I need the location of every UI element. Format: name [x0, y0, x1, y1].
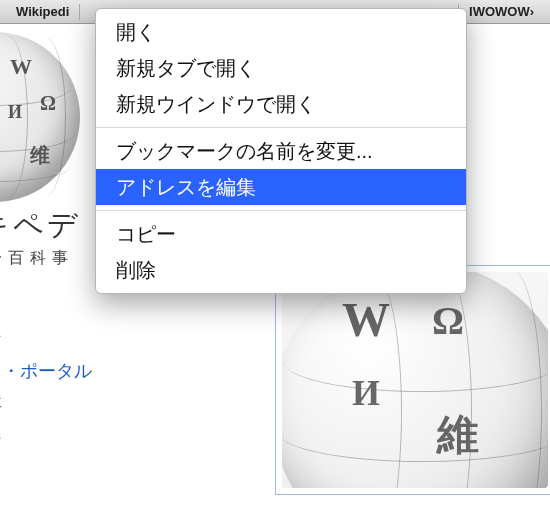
menu-item-open[interactable]: 開く	[96, 14, 466, 50]
sidebar-link[interactable]: ニティ・ポータル	[0, 354, 138, 388]
sidebar-link[interactable]: 更新	[0, 456, 138, 490]
menu-item-open-new-window[interactable]: 新規ウインドウで開く	[96, 86, 466, 122]
sidebar-link[interactable]: ページ	[0, 320, 138, 354]
bookmark-item-wikipedia[interactable]: Wikipedi	[6, 4, 79, 19]
bookmark-divider	[79, 4, 80, 20]
wikipedia-globe-image: W Ω И 維	[282, 272, 548, 488]
sidebar-nav: ページ ニティ・ポータル 出来事 ページ 更新	[0, 320, 138, 490]
sidebar-link[interactable]: ページ	[0, 422, 138, 456]
menu-item-copy[interactable]: コピー	[96, 216, 466, 252]
menu-item-open-new-tab[interactable]: 新規タブで開く	[96, 50, 466, 86]
menu-item-rename-bookmark[interactable]: ブックマークの名前を変更...	[96, 133, 466, 169]
context-menu: 開く 新規タブで開く 新規ウインドウで開く ブックマークの名前を変更... アド…	[95, 8, 467, 294]
bookmark-item-wowow[interactable]: IWOWOW›	[459, 4, 544, 19]
menu-separator	[96, 210, 466, 211]
sidebar-link[interactable]: 出来事	[0, 388, 138, 422]
menu-item-delete[interactable]: 削除	[96, 252, 466, 288]
wikipedia-logo: W Ω И 维	[0, 32, 80, 202]
menu-separator	[96, 127, 466, 128]
menu-item-edit-address[interactable]: アドレスを編集	[96, 169, 466, 205]
content-image-card: W Ω И 維	[275, 265, 550, 495]
